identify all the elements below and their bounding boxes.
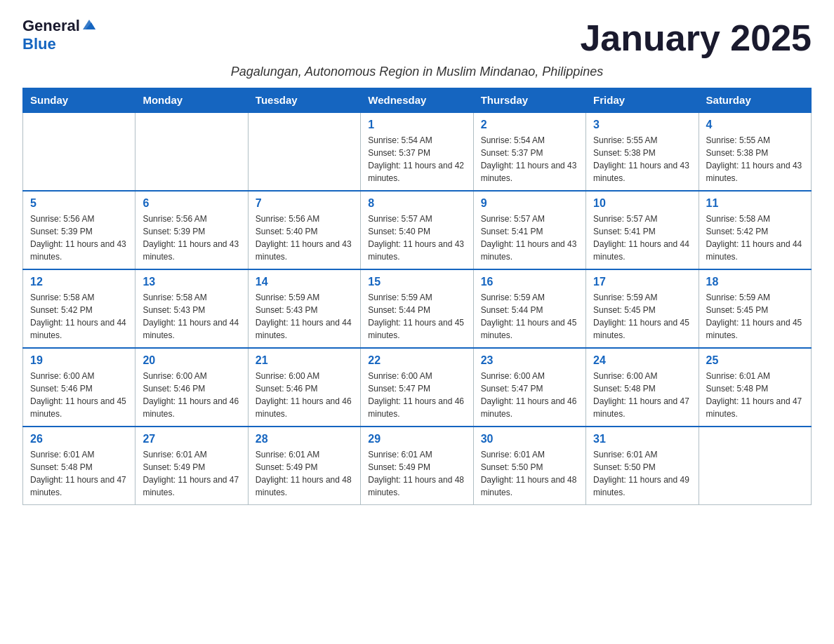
- calendar-cell: [699, 427, 811, 505]
- day-number: 11: [706, 197, 804, 210]
- day-number: 24: [593, 354, 691, 367]
- subtitle: Pagalungan, Autonomous Region in Muslim …: [22, 65, 812, 79]
- day-number: 14: [256, 276, 353, 288]
- day-number: 8: [368, 197, 465, 210]
- day-number: 7: [256, 197, 353, 210]
- calendar-cell: 10Sunrise: 5:57 AMSunset: 5:41 PMDayligh…: [586, 191, 699, 269]
- calendar-body: 1Sunrise: 5:54 AMSunset: 5:37 PMDaylight…: [23, 112, 812, 505]
- calendar-cell: 23Sunrise: 6:00 AMSunset: 5:47 PMDayligh…: [473, 348, 585, 427]
- day-info: Sunrise: 5:58 AMSunset: 5:43 PMDaylight:…: [143, 291, 240, 342]
- calendar-cell: 21Sunrise: 6:00 AMSunset: 5:46 PMDayligh…: [248, 348, 360, 427]
- calendar-cell: 2Sunrise: 5:54 AMSunset: 5:37 PMDaylight…: [473, 112, 585, 191]
- calendar-cell: 4Sunrise: 5:55 AMSunset: 5:38 PMDaylight…: [699, 112, 811, 191]
- calendar-cell: [135, 112, 248, 191]
- logo-icon: [81, 17, 97, 32]
- calendar-cell: 15Sunrise: 5:59 AMSunset: 5:44 PMDayligh…: [361, 269, 473, 348]
- logo-general: General: [22, 17, 80, 35]
- day-number: 28: [256, 433, 353, 445]
- day-number: 2: [481, 119, 578, 131]
- calendar-cell: 28Sunrise: 6:01 AMSunset: 5:49 PMDayligh…: [248, 427, 360, 505]
- column-header-monday: Monday: [135, 88, 248, 113]
- day-number: 23: [481, 354, 578, 367]
- week-row-2: 5Sunrise: 5:56 AMSunset: 5:39 PMDaylight…: [23, 191, 812, 269]
- day-info: Sunrise: 6:00 AMSunset: 5:47 PMDaylight:…: [481, 370, 578, 420]
- day-info: Sunrise: 5:55 AMSunset: 5:38 PMDaylight:…: [593, 134, 691, 185]
- calendar: SundayMondayTuesdayWednesdayThursdayFrid…: [22, 88, 812, 505]
- calendar-cell: 5Sunrise: 5:56 AMSunset: 5:39 PMDaylight…: [23, 191, 135, 269]
- day-number: 12: [30, 276, 128, 288]
- day-number: 4: [706, 119, 804, 131]
- day-number: 13: [143, 276, 240, 288]
- day-info: Sunrise: 5:57 AMSunset: 5:40 PMDaylight:…: [368, 213, 465, 263]
- column-header-tuesday: Tuesday: [248, 88, 360, 113]
- calendar-cell: 17Sunrise: 5:59 AMSunset: 5:45 PMDayligh…: [586, 269, 699, 348]
- calendar-cell: 6Sunrise: 5:56 AMSunset: 5:39 PMDaylight…: [135, 191, 248, 269]
- logo-blue: Blue: [22, 35, 56, 53]
- column-header-friday: Friday: [586, 88, 699, 113]
- day-info: Sunrise: 6:01 AMSunset: 5:49 PMDaylight:…: [143, 448, 240, 499]
- calendar-cell: 25Sunrise: 6:01 AMSunset: 5:48 PMDayligh…: [699, 348, 811, 427]
- day-info: Sunrise: 5:54 AMSunset: 5:37 PMDaylight:…: [481, 134, 578, 185]
- day-number: 15: [368, 276, 465, 288]
- calendar-cell: 19Sunrise: 6:00 AMSunset: 5:46 PMDayligh…: [23, 348, 135, 427]
- header: General Blue January 2025: [22, 17, 812, 59]
- calendar-cell: 12Sunrise: 5:58 AMSunset: 5:42 PMDayligh…: [23, 269, 135, 348]
- day-info: Sunrise: 6:00 AMSunset: 5:47 PMDaylight:…: [368, 370, 465, 420]
- calendar-cell: 20Sunrise: 6:00 AMSunset: 5:46 PMDayligh…: [135, 348, 248, 427]
- calendar-cell: [23, 112, 135, 191]
- day-info: Sunrise: 5:55 AMSunset: 5:38 PMDaylight:…: [706, 134, 804, 185]
- day-info: Sunrise: 6:01 AMSunset: 5:49 PMDaylight:…: [368, 448, 465, 499]
- day-number: 27: [143, 433, 240, 445]
- day-info: Sunrise: 5:54 AMSunset: 5:37 PMDaylight:…: [368, 134, 465, 185]
- calendar-cell: 29Sunrise: 6:01 AMSunset: 5:49 PMDayligh…: [361, 427, 473, 505]
- day-info: Sunrise: 6:01 AMSunset: 5:50 PMDaylight:…: [593, 448, 691, 499]
- calendar-cell: 24Sunrise: 6:00 AMSunset: 5:48 PMDayligh…: [586, 348, 699, 427]
- day-info: Sunrise: 6:01 AMSunset: 5:50 PMDaylight:…: [481, 448, 578, 499]
- day-number: 26: [30, 433, 128, 445]
- day-number: 16: [481, 276, 578, 288]
- calendar-header: SundayMondayTuesdayWednesdayThursdayFrid…: [23, 88, 812, 113]
- month-title: January 2025: [580, 17, 812, 59]
- calendar-cell: 27Sunrise: 6:01 AMSunset: 5:49 PMDayligh…: [135, 427, 248, 505]
- day-number: 18: [706, 276, 804, 288]
- day-number: 3: [593, 119, 691, 131]
- day-info: Sunrise: 6:00 AMSunset: 5:46 PMDaylight:…: [30, 370, 128, 420]
- calendar-cell: 1Sunrise: 5:54 AMSunset: 5:37 PMDaylight…: [361, 112, 473, 191]
- calendar-cell: 7Sunrise: 5:56 AMSunset: 5:40 PMDaylight…: [248, 191, 360, 269]
- week-row-5: 26Sunrise: 6:01 AMSunset: 5:48 PMDayligh…: [23, 427, 812, 505]
- day-info: Sunrise: 5:56 AMSunset: 5:39 PMDaylight:…: [143, 213, 240, 263]
- column-header-wednesday: Wednesday: [361, 88, 473, 113]
- week-row-1: 1Sunrise: 5:54 AMSunset: 5:37 PMDaylight…: [23, 112, 812, 191]
- day-number: 29: [368, 433, 465, 445]
- day-number: 17: [593, 276, 691, 288]
- week-row-3: 12Sunrise: 5:58 AMSunset: 5:42 PMDayligh…: [23, 269, 812, 348]
- column-header-saturday: Saturday: [699, 88, 811, 113]
- day-info: Sunrise: 5:59 AMSunset: 5:45 PMDaylight:…: [593, 291, 691, 342]
- day-info: Sunrise: 5:59 AMSunset: 5:45 PMDaylight:…: [706, 291, 804, 342]
- calendar-cell: 18Sunrise: 5:59 AMSunset: 5:45 PMDayligh…: [699, 269, 811, 348]
- calendar-cell: 16Sunrise: 5:59 AMSunset: 5:44 PMDayligh…: [473, 269, 585, 348]
- logo: General Blue: [22, 17, 97, 53]
- day-info: Sunrise: 5:57 AMSunset: 5:41 PMDaylight:…: [593, 213, 691, 263]
- day-number: 22: [368, 354, 465, 367]
- day-number: 1: [368, 119, 465, 131]
- day-info: Sunrise: 6:01 AMSunset: 5:49 PMDaylight:…: [256, 448, 353, 499]
- day-number: 10: [593, 197, 691, 210]
- calendar-cell: 31Sunrise: 6:01 AMSunset: 5:50 PMDayligh…: [586, 427, 699, 505]
- day-info: Sunrise: 5:59 AMSunset: 5:44 PMDaylight:…: [368, 291, 465, 342]
- calendar-cell: 14Sunrise: 5:59 AMSunset: 5:43 PMDayligh…: [248, 269, 360, 348]
- day-number: 21: [256, 354, 353, 367]
- day-info: Sunrise: 6:01 AMSunset: 5:48 PMDaylight:…: [30, 448, 128, 499]
- header-row: SundayMondayTuesdayWednesdayThursdayFrid…: [23, 88, 812, 113]
- column-header-sunday: Sunday: [23, 88, 135, 113]
- calendar-cell: 11Sunrise: 5:58 AMSunset: 5:42 PMDayligh…: [699, 191, 811, 269]
- day-info: Sunrise: 6:00 AMSunset: 5:46 PMDaylight:…: [143, 370, 240, 420]
- day-info: Sunrise: 5:56 AMSunset: 5:40 PMDaylight:…: [256, 213, 353, 263]
- calendar-cell: 26Sunrise: 6:01 AMSunset: 5:48 PMDayligh…: [23, 427, 135, 505]
- day-info: Sunrise: 5:59 AMSunset: 5:44 PMDaylight:…: [481, 291, 578, 342]
- day-number: 19: [30, 354, 128, 367]
- calendar-cell: 30Sunrise: 6:01 AMSunset: 5:50 PMDayligh…: [473, 427, 585, 505]
- day-info: Sunrise: 6:00 AMSunset: 5:48 PMDaylight:…: [593, 370, 691, 420]
- day-number: 5: [30, 197, 128, 210]
- day-info: Sunrise: 5:58 AMSunset: 5:42 PMDaylight:…: [30, 291, 128, 342]
